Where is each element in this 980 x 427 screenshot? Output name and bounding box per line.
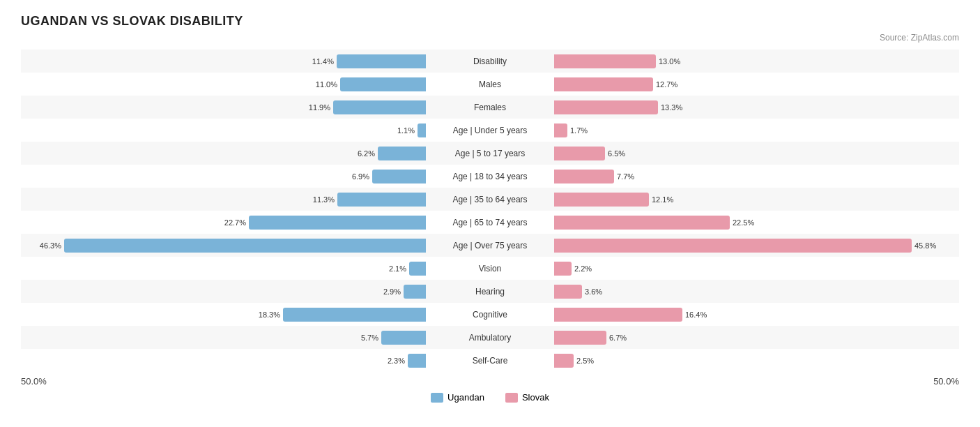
chart-title: UGANDAN VS SLOVAK DISABILITY (21, 14, 959, 29)
value-left: 5.7% (361, 334, 378, 342)
bar-left: 2.1% (409, 262, 426, 276)
value-left: 18.3% (259, 310, 280, 319)
value-right: 22.5% (733, 218, 754, 227)
value-right: 12.1% (652, 195, 673, 204)
chart-row: 5.7% Ambulatory 6.7% (21, 326, 959, 349)
bar-right: 22.5% (554, 216, 730, 230)
legend-ugandan-label: Ugandan (447, 392, 484, 403)
value-right: 3.6% (585, 287, 602, 296)
legend-slovak: Slovak (505, 392, 549, 403)
bar-left: 18.3% (283, 308, 426, 322)
value-left: 11.9% (309, 103, 330, 112)
value-right: 45.8% (914, 241, 936, 250)
legend-ugandan: Ugandan (431, 392, 484, 403)
value-left: 2.1% (389, 264, 406, 273)
value-left: 2.3% (388, 357, 405, 365)
value-right: 12.7% (656, 80, 677, 89)
bar-left: 6.2% (378, 147, 426, 160)
bar-right: 13.0% (554, 54, 656, 68)
axis-left-label: 50.0% (21, 376, 47, 387)
chart-row: 2.9% Hearing 3.6% (21, 280, 959, 303)
value-left: 1.1% (397, 126, 415, 135)
bar-left: 46.3% (64, 239, 426, 253)
value-right: 16.4% (685, 310, 707, 319)
value-right: 2.2% (574, 264, 592, 273)
value-right: 7.7% (617, 172, 634, 181)
chart-row: 6.2% Age | 5 to 17 years 6.5% (21, 142, 959, 165)
row-label: Age | Over 75 years (427, 241, 553, 250)
bar-right: 13.3% (554, 100, 658, 114)
row-label: Cognitive (427, 310, 553, 320)
bar-left: 11.9% (333, 100, 426, 114)
chart-row: 11.0% Males 12.7% (21, 73, 959, 96)
row-label: Self-Care (427, 356, 553, 366)
chart-row: 2.1% Vision 2.2% (21, 257, 959, 280)
row-label: Females (427, 103, 553, 112)
bar-right: 6.7% (554, 331, 606, 345)
bar-right: 16.4% (554, 308, 682, 322)
row-label: Ambulatory (427, 333, 553, 343)
value-right: 13.3% (661, 103, 682, 112)
chart-row: 46.3% Age | Over 75 years 45.8% (21, 234, 959, 257)
row-label: Age | 5 to 17 years (427, 149, 553, 158)
bar-right: 2.5% (554, 354, 574, 368)
chart-row: 6.9% Age | 18 to 34 years 7.7% (21, 165, 959, 188)
value-left: 22.7% (224, 218, 246, 227)
bar-right: 7.7% (554, 170, 614, 183)
bar-left: 5.7% (381, 331, 426, 345)
row-label: Hearing (427, 287, 553, 297)
bar-left: 11.3% (337, 193, 426, 207)
axis-right-label: 50.0% (933, 376, 959, 387)
bar-right: 2.2% (554, 262, 572, 276)
row-label: Age | 65 to 74 years (427, 218, 553, 227)
bar-left: 2.9% (404, 285, 426, 299)
bar-left: 22.7% (249, 216, 426, 230)
chart-row: 2.3% Self-Care 2.5% (21, 349, 959, 372)
source-label: Source: ZipAtlas.com (21, 33, 959, 43)
row-label: Males (427, 80, 553, 89)
legend-slovak-label: Slovak (522, 392, 549, 403)
chart-row: 18.3% Cognitive 16.4% (21, 303, 959, 326)
value-right: 6.5% (608, 149, 625, 158)
value-right: 1.7% (570, 126, 588, 135)
bar-left: 11.4% (337, 54, 426, 68)
value-right: 6.7% (609, 334, 627, 342)
chart-row: 11.3% Age | 35 to 64 years 12.1% (21, 188, 959, 211)
chart-row: 11.4% Disability 13.0% (21, 50, 959, 73)
value-left: 6.9% (352, 172, 369, 181)
chart-row: 11.9% Females 13.3% (21, 96, 959, 119)
bar-left: 2.3% (408, 354, 426, 368)
bar-left: 1.1% (418, 123, 426, 137)
chart-row: 22.7% Age | 65 to 74 years 22.5% (21, 211, 959, 234)
row-label: Age | Under 5 years (427, 126, 553, 135)
value-left: 6.2% (358, 149, 375, 158)
value-left: 11.0% (316, 80, 337, 89)
bar-right: 12.1% (554, 193, 649, 207)
row-label: Age | 18 to 34 years (427, 172, 553, 181)
value-left: 11.4% (312, 57, 334, 66)
row-label: Disability (427, 57, 553, 66)
chart-row: 1.1% Age | Under 5 years 1.7% (21, 119, 959, 142)
value-right: 2.5% (576, 357, 594, 365)
row-label: Age | 35 to 64 years (427, 195, 553, 204)
value-right: 13.0% (659, 57, 680, 66)
bar-left: 11.0% (340, 77, 426, 91)
bar-left: 6.9% (372, 170, 426, 183)
row-label: Vision (427, 264, 553, 274)
bar-right: 6.5% (554, 147, 605, 160)
chart-container: 11.4% Disability 13.0% 11.0% Males (21, 50, 959, 372)
bar-right: 12.7% (554, 77, 653, 91)
value-left: 11.3% (313, 195, 335, 204)
bar-right: 3.6% (554, 285, 582, 299)
bar-right: 1.7% (554, 123, 567, 137)
value-left: 2.9% (383, 287, 401, 296)
bar-right: 45.8% (554, 239, 912, 253)
value-left: 46.3% (40, 241, 61, 250)
